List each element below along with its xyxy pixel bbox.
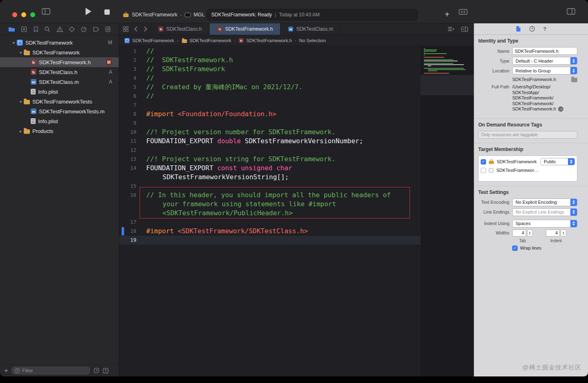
target-row[interactable]: SDKTestFramewor…: [481, 166, 575, 175]
recent-files-filter-icon[interactable]: [93, 367, 100, 374]
jump-bar-item[interactable]: SDKTestFramework: [124, 38, 174, 44]
code-line[interactable]: 16// In this header, you should import a…: [119, 191, 421, 218]
reports-navigator-icon[interactable]: [105, 26, 111, 32]
jump-bar-item[interactable]: No Selection: [299, 38, 326, 43]
code-line[interactable]: 12: [119, 146, 421, 155]
back-button[interactable]: [131, 23, 140, 35]
code-line[interactable]: 15: [119, 182, 421, 191]
editor-tab[interactable]: mSDKTestClass.m: [280, 23, 341, 35]
indent-width-stepper[interactable]: ▴▾: [561, 230, 566, 237]
choose-location-folder-icon[interactable]: [571, 78, 577, 82]
file-label: SDKTestFramework: [32, 50, 80, 56]
resource-tags-input[interactable]: [478, 131, 577, 139]
search-icon[interactable]: [44, 26, 50, 32]
name-field[interactable]: [512, 47, 577, 55]
scheme-chooser[interactable]: SDKTestFramework › MGL: [123, 9, 205, 20]
tests-navigator-icon[interactable]: [69, 26, 75, 32]
line-endings-popup[interactable]: No Explicit Line Endings: [512, 208, 577, 216]
editor-arrangement-button[interactable]: [459, 9, 468, 15]
tree-row[interactable]: ▸Products: [0, 126, 119, 136]
breakpoints-navigator-icon[interactable]: [93, 26, 100, 32]
code-line[interactable]: 14FOUNDATION_EXPORT const unsigned char …: [119, 164, 421, 182]
debug-navigator-icon[interactable]: [81, 26, 87, 32]
editor-options-icon[interactable]: [448, 27, 455, 32]
target-access-popup[interactable]: Public: [541, 158, 575, 165]
source-control-filter-icon[interactable]: [103, 368, 109, 374]
code-line[interactable]: 10//! Project version number for SDKTest…: [119, 128, 421, 137]
code-line[interactable]: 2// SDKTestFramework.h: [119, 56, 421, 65]
tree-row[interactable]: hSDKTestFramework.hM: [0, 57, 119, 67]
tab-width-field[interactable]: 4: [512, 230, 526, 237]
tree-row[interactable]: mSDKTestClass.mA: [0, 77, 119, 87]
activity-viewer[interactable]: SDKTestFramework: Ready | Today at 10:43…: [207, 9, 418, 20]
tree-row[interactable]: mSDKTestFrameworkTests.m: [0, 106, 119, 116]
bookmarks-navigator-icon[interactable]: [33, 26, 38, 32]
tab-width-stepper[interactable]: ▴▾: [527, 230, 533, 237]
disclosure-icon[interactable]: ▸: [18, 129, 24, 133]
jump-bar-item[interactable]: SDKTestFramework: [181, 38, 231, 43]
sidebar-toggle-icon[interactable]: [42, 8, 50, 15]
disclosure-icon[interactable]: ▾: [18, 99, 24, 104]
h-file-icon: h: [239, 38, 243, 43]
run-button[interactable]: [86, 8, 91, 15]
code-line[interactable]: 17: [119, 218, 421, 227]
add-editor-icon[interactable]: [461, 27, 468, 32]
tree-row[interactable]: ▾SDKTestFrameworkM: [0, 38, 119, 47]
zoom-button[interactable]: [30, 12, 35, 17]
code-line[interactable]: 11FOUNDATION_EXPORT double SDKTestFramew…: [119, 137, 421, 146]
code-line[interactable]: 8#import <Foundation/Foundation.h>: [119, 110, 421, 119]
add-button[interactable]: +: [445, 10, 450, 18]
source-control-navigator-icon[interactable]: [21, 26, 27, 32]
file-inspector-icon[interactable]: [516, 26, 521, 32]
inspector-toggle-icon[interactable]: [567, 8, 575, 15]
text-encoding-popup[interactable]: No Explicit Encoding: [512, 198, 577, 206]
tree-row[interactable]: Info.plist: [0, 116, 119, 126]
forward-button[interactable]: [140, 23, 150, 35]
code-area[interactable]: 1//2// SDKTestFramework.h3// SDKTestFram…: [119, 46, 474, 376]
code-line[interactable]: 4//: [119, 74, 421, 83]
code-line[interactable]: 18#import <SDKTestFramework/SDKTestClass…: [119, 227, 421, 236]
code-line[interactable]: 13//! Project version string for SDKTest…: [119, 155, 421, 164]
target-checkbox[interactable]: [481, 168, 486, 173]
history-inspector-icon[interactable]: [529, 26, 535, 32]
disclosure-icon[interactable]: ▾: [11, 41, 17, 45]
full-path-line: SDKTestFramework.h→: [512, 106, 563, 112]
tree-row[interactable]: ▾SDKTestFrameworkTests: [0, 97, 119, 106]
code-line[interactable]: 7: [119, 101, 421, 110]
tree-row[interactable]: Info.plist: [0, 87, 119, 97]
editor-tab[interactable]: hSDKTestClass.h: [150, 23, 210, 35]
code-line[interactable]: 1//: [119, 47, 421, 56]
reveal-arrow-icon[interactable]: →: [557, 106, 564, 113]
jump-bar-item[interactable]: hSDKTestFramework.h: [238, 38, 292, 43]
quick-help-inspector-icon[interactable]: ?: [543, 26, 547, 32]
minimap-viewport[interactable]: [421, 75, 474, 95]
add-file-button[interactable]: +: [4, 367, 8, 375]
filter-field[interactable]: [11, 367, 90, 374]
code-line[interactable]: 3// SDKTestFramework: [119, 65, 421, 74]
minimize-button[interactable]: [21, 12, 26, 17]
target-row[interactable]: ✓SDKTestFrameworkPublic: [481, 158, 575, 166]
code-line[interactable]: 5// Created by 董海峰的IMac on 2021/12/7.: [119, 83, 421, 92]
indent-using-popup[interactable]: Spaces: [512, 220, 577, 228]
tree-row[interactable]: ▾SDKTestFramework: [0, 47, 119, 57]
disclosure-icon[interactable]: ▾: [18, 50, 24, 55]
play-icon: [86, 8, 91, 15]
editor-tab[interactable]: hSDKTestFramework.h: [210, 23, 281, 35]
code-line[interactable]: 19: [119, 236, 421, 245]
close-button[interactable]: [12, 12, 17, 17]
tree-row[interactable]: hSDKTestClass.hA: [0, 67, 119, 77]
tab-label: SDKTestClass.h: [166, 26, 202, 32]
wrap-lines-checkbox[interactable]: ✓: [512, 246, 518, 251]
target-checkbox[interactable]: ✓: [481, 159, 486, 164]
filter-input[interactable]: [22, 368, 87, 374]
project-navigator-icon[interactable]: [8, 26, 15, 32]
stop-button[interactable]: [104, 9, 110, 15]
related-items-icon[interactable]: [121, 23, 131, 35]
minimap[interactable]: [421, 46, 474, 376]
type-popup[interactable]: Default - C Header: [512, 57, 577, 65]
code-line[interactable]: 6//: [119, 92, 421, 101]
location-popup[interactable]: Relative to Group: [512, 67, 577, 74]
code-line[interactable]: 9: [119, 119, 421, 128]
indent-width-field[interactable]: 4: [546, 230, 560, 237]
issues-navigator-icon[interactable]: [57, 26, 63, 32]
